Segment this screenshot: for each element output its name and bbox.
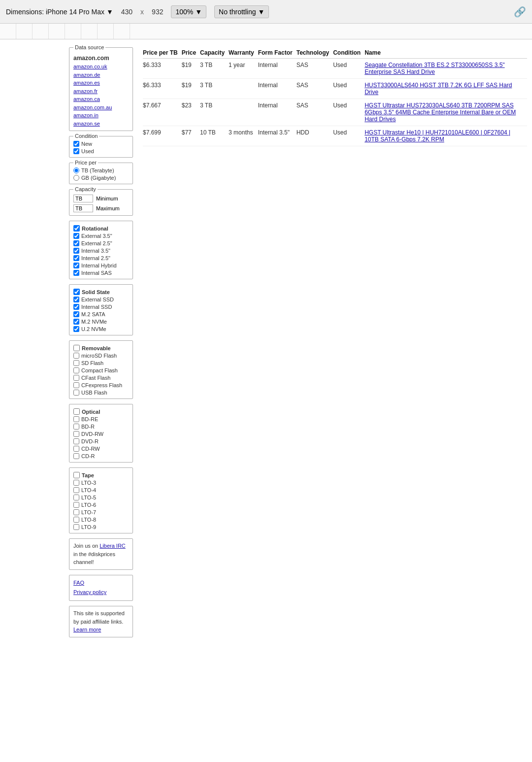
throttle-selector[interactable]: No throttling ▼ bbox=[214, 5, 269, 18]
optical-dvdr-checkbox[interactable] bbox=[73, 438, 79, 444]
link-amazon-com-au[interactable]: amazon.com.au bbox=[73, 103, 129, 112]
price-per-tb-row: TB (Terabyte) bbox=[73, 167, 129, 173]
ss-intssd-checkbox[interactable] bbox=[73, 304, 79, 310]
product-link[interactable]: Seagate Constellation 3TB ES.2 ST3300065… bbox=[365, 62, 504, 75]
tape-lto6-checkbox[interactable] bbox=[73, 502, 79, 508]
link-amazon-in[interactable]: amazon.in bbox=[73, 111, 129, 120]
tabbar bbox=[0, 24, 532, 39]
tape-section: Tape LTO-3 LTO-4 LTO-5 LTO-6 LTO-7 bbox=[69, 467, 133, 533]
table-row: $6.333 $19 3 TB 1 year Internal SAS Used… bbox=[143, 59, 527, 79]
link-amazon-fr[interactable]: amazon.fr bbox=[73, 87, 129, 96]
irc-link[interactable]: Libera IRC bbox=[100, 543, 126, 549]
optical-cdrw-label: CD-RW bbox=[81, 446, 100, 452]
optical-master-checkbox[interactable] bbox=[73, 408, 80, 415]
tab-4[interactable] bbox=[49, 24, 65, 39]
tab-1[interactable] bbox=[0, 24, 16, 39]
tape-lto7-label: LTO-7 bbox=[81, 509, 96, 515]
link-amazon-co-uk[interactable]: amazon.co.uk bbox=[73, 63, 129, 71]
removable-cf-row: Compact Flash bbox=[73, 367, 129, 373]
tab-5[interactable] bbox=[65, 24, 81, 39]
rotational-int35-label: Internal 3.5" bbox=[81, 248, 110, 254]
tape-master-checkbox[interactable] bbox=[73, 472, 80, 478]
capacity-max-input[interactable] bbox=[73, 204, 93, 212]
removable-sd-checkbox[interactable] bbox=[73, 360, 79, 366]
settings-icon[interactable]: 🔗 bbox=[514, 6, 526, 18]
condition-new-checkbox[interactable] bbox=[73, 141, 79, 147]
ss-extssd-label: External SSD bbox=[81, 297, 114, 302]
tab-8[interactable] bbox=[114, 24, 130, 39]
optical-dvdr-label: DVD-R bbox=[81, 438, 99, 444]
solid-state-section: Solid State External SSD Internal SSD M.… bbox=[69, 284, 133, 335]
tape-lto3-checkbox[interactable] bbox=[73, 480, 79, 486]
results-table: Price per TB Price Capacity Warranty For… bbox=[143, 47, 527, 146]
ss-m2sata-checkbox[interactable] bbox=[73, 311, 79, 317]
optical-bdr-checkbox[interactable] bbox=[73, 424, 79, 430]
link-amazon-es[interactable]: amazon.es bbox=[73, 79, 129, 87]
cell-form-factor: Internal 3.5" bbox=[258, 126, 297, 146]
cell-price-per-tb: $6.333 bbox=[143, 59, 182, 79]
removable-cfexpress-checkbox[interactable] bbox=[73, 382, 79, 388]
removable-section: Removable microSD Flash SD Flash Compact… bbox=[69, 340, 133, 399]
tape-lto8-checkbox[interactable] bbox=[73, 517, 79, 523]
tape-lto9-checkbox[interactable] bbox=[73, 524, 79, 530]
ss-u2nvme-checkbox[interactable] bbox=[73, 326, 79, 332]
removable-master-checkbox[interactable] bbox=[73, 345, 80, 351]
rotational-title: Rotational bbox=[82, 226, 108, 232]
product-link[interactable]: HGST Ultrastar He10 | HUH721010ALE600 | … bbox=[365, 129, 510, 143]
optical-dvdrw-checkbox[interactable] bbox=[73, 431, 79, 437]
ss-m2nvme-checkbox[interactable] bbox=[73, 319, 79, 325]
optical-cdrw-checkbox[interactable] bbox=[73, 446, 79, 452]
toolbar: Dimensions: iPhone 14 Pro Max ▼ 430 x 93… bbox=[0, 0, 532, 24]
affiliate-learn-link[interactable]: Learn more bbox=[73, 627, 101, 632]
cell-name: HUST33000ALS640 HGST 3TB 7.2K 6G LFF SAS… bbox=[365, 79, 527, 99]
privacy-link[interactable]: Privacy policy bbox=[73, 588, 129, 597]
price-per-gb-radio[interactable] bbox=[73, 175, 79, 181]
rotational-int35-checkbox[interactable] bbox=[73, 248, 79, 254]
tab-7[interactable] bbox=[98, 24, 114, 39]
tape-lto4-checkbox[interactable] bbox=[73, 487, 79, 493]
data-source-section: Data source amazon.com amazon.co.uk amaz… bbox=[69, 47, 133, 131]
rotational-int25-checkbox[interactable] bbox=[73, 255, 79, 261]
zoom-selector[interactable]: 100% ▼ bbox=[171, 5, 206, 18]
cell-technology: SAS bbox=[297, 79, 333, 99]
rotational-ext35-checkbox[interactable] bbox=[73, 233, 79, 239]
affiliate-box: This site is supported by paid affiliate… bbox=[69, 606, 133, 637]
link-amazon-de[interactable]: amazon.de bbox=[73, 71, 129, 79]
rotational-ext25-checkbox[interactable] bbox=[73, 240, 79, 246]
dimensions-selector[interactable]: Dimensions: iPhone 14 Pro Max ▼ bbox=[6, 8, 113, 16]
tape-lto7-checkbox[interactable] bbox=[73, 509, 79, 515]
rotational-sas-checkbox[interactable] bbox=[73, 270, 79, 276]
condition-new-label: New bbox=[81, 141, 92, 147]
rotational-master-checkbox[interactable] bbox=[73, 225, 80, 232]
tab-3[interactable] bbox=[33, 24, 49, 39]
link-amazon-se[interactable]: amazon.se bbox=[73, 120, 129, 128]
optical-bdre-checkbox[interactable] bbox=[73, 416, 79, 422]
ss-extssd-checkbox[interactable] bbox=[73, 297, 79, 302]
removable-usb-checkbox[interactable] bbox=[73, 390, 79, 396]
link-amazon-ca[interactable]: amazon.ca bbox=[73, 95, 129, 103]
removable-usb-label: USB Flash bbox=[81, 390, 107, 396]
product-link[interactable]: HUST33000ALS640 HGST 3TB 7.2K 6G LFF SAS… bbox=[365, 82, 512, 96]
capacity-min-input[interactable] bbox=[73, 195, 93, 202]
removable-sd-label: SD Flash bbox=[81, 360, 103, 366]
rotational-hybrid-checkbox[interactable] bbox=[73, 263, 79, 268]
tab-6[interactable] bbox=[81, 24, 98, 39]
rotational-title-row: Rotational bbox=[73, 225, 129, 232]
solid-state-master-checkbox[interactable] bbox=[73, 289, 80, 295]
removable-cf-checkbox[interactable] bbox=[73, 367, 79, 373]
viewport-width: 430 bbox=[121, 8, 133, 16]
rotational-ext35-label: External 3.5" bbox=[81, 233, 112, 239]
product-link[interactable]: HGST Ultrastar HUS723030ALS640 3TB 7200R… bbox=[365, 102, 516, 123]
cell-technology: SAS bbox=[297, 99, 333, 126]
faq-link[interactable]: FAQ bbox=[73, 578, 129, 588]
price-per-tb-radio[interactable] bbox=[73, 167, 79, 173]
condition-used-checkbox[interactable] bbox=[73, 148, 79, 154]
removable-microsd-checkbox[interactable] bbox=[73, 353, 79, 359]
col-price-per-tb: Price per TB bbox=[143, 47, 182, 59]
tab-2[interactable] bbox=[16, 24, 33, 39]
cell-price: $19 bbox=[182, 59, 200, 79]
tape-lto5-checkbox[interactable] bbox=[73, 495, 79, 500]
optical-cdr-checkbox[interactable] bbox=[73, 453, 79, 459]
removable-cfexpress-label: CFexpress Flash bbox=[81, 382, 122, 388]
removable-cfast-checkbox[interactable] bbox=[73, 375, 79, 381]
